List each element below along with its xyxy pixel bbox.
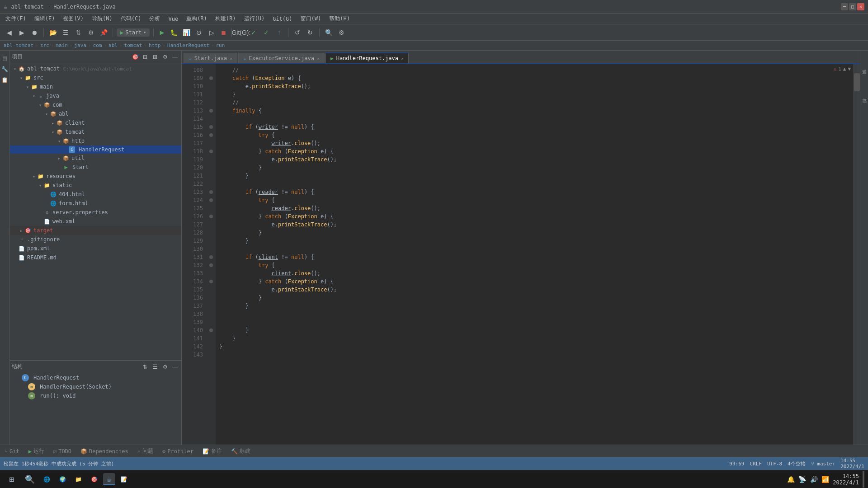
tab-executor-java[interactable]: ☕ ExecutorService.java ✕ <box>238 53 325 63</box>
breadcrumb-main[interactable]: main <box>56 42 68 48</box>
bottom-tab-todo[interactable]: ☑ TODO <box>51 447 74 455</box>
right-icon-1[interactable]: 通知 <box>860 52 868 80</box>
menu-file[interactable]: 文件(F) <box>2 14 30 23</box>
gutter-113[interactable] <box>207 107 216 115</box>
breadcrumb-tomcat[interactable]: tomcat <box>124 42 142 48</box>
toolbar-forward-button[interactable]: ▶ <box>16 27 27 38</box>
toolbar-recent-button[interactable]: ⏺ <box>29 27 40 38</box>
run-button[interactable]: ▶ <box>157 28 166 37</box>
scrollbar-thumb[interactable] <box>854 73 860 91</box>
gutter-115[interactable] <box>207 123 216 131</box>
sidebar-collapse-button[interactable]: ⊟ <box>141 52 150 61</box>
error-nav-down[interactable]: ▼ <box>848 66 851 72</box>
tree-item-abl[interactable]: ▾ 📦 abl <box>10 109 181 118</box>
gutter-109[interactable] <box>207 74 216 82</box>
status-indent[interactable]: 4个空格 <box>788 460 806 467</box>
menu-analyze[interactable]: 分析 <box>146 14 164 23</box>
search-everywhere-button[interactable]: 🔍 <box>323 27 334 38</box>
tree-item-http[interactable]: ▾ 📦 http <box>10 136 181 145</box>
tree-item-server-props[interactable]: ⚙ server.properties <box>10 208 181 217</box>
breadcrumb-handler[interactable]: HandlerRequest <box>167 42 209 48</box>
breadcrumb-src[interactable]: src <box>40 42 49 48</box>
breadcrumb-com[interactable]: com <box>93 42 102 48</box>
bottom-tab-notes[interactable]: 📝 备注 <box>200 446 225 456</box>
git-push[interactable]: ↑ <box>274 27 284 38</box>
tree-item-start[interactable]: ▶ Start <box>10 163 181 172</box>
profile-button[interactable]: ⊙ <box>193 27 204 38</box>
menu-vue[interactable]: Vue <box>165 15 182 23</box>
tab-close-executor[interactable]: ✕ <box>317 56 320 61</box>
bottom-tab-problems[interactable]: ⚠ 问题 <box>135 446 156 456</box>
tab-close-handler[interactable]: ✕ <box>401 56 404 61</box>
tree-item-404[interactable]: 🌐 404.html <box>10 190 181 199</box>
toolbar-columns-button[interactable]: ☰ <box>60 27 71 38</box>
bottom-tab-profiler[interactable]: ⊙ Profiler <box>160 447 196 455</box>
struct-item-constructor[interactable]: m HandlerRequest(Socket) <box>10 382 181 391</box>
menu-window[interactable]: 窗口(W) <box>297 14 325 23</box>
menu-help[interactable]: 帮助(H) <box>326 14 354 23</box>
structure-settings-btn[interactable]: ⚙ <box>160 362 170 371</box>
menu-refactor[interactable]: 重构(R) <box>183 14 211 23</box>
bottom-tab-run[interactable]: ▶ 运行 <box>26 446 47 456</box>
tree-item-pom[interactable]: 📄 pom.xml <box>10 244 181 253</box>
taskbar-files[interactable]: 📁 <box>71 475 85 483</box>
left-icon-3[interactable]: 📋 <box>1 76 9 84</box>
menu-code[interactable]: 代码(C) <box>117 14 145 23</box>
breadcrumb-abl[interactable]: abl <box>108 42 118 48</box>
tree-item-gitignore[interactable]: ⑂ .gitignore <box>10 235 181 244</box>
minimize-button[interactable]: ─ <box>841 3 848 10</box>
file-tree[interactable]: ▾ 🏠 abl-tomcat C:\work\java\abl-tomcat ▾… <box>10 63 181 360</box>
tree-item-com[interactable]: ▾ 📦 com <box>10 100 181 109</box>
tree-item-tomcat[interactable]: ▾ 📦 tomcat <box>10 127 181 136</box>
gutter-116[interactable] <box>207 131 216 139</box>
toolbar-pin-button[interactable]: 📌 <box>98 27 109 38</box>
structure-filter-btn[interactable]: ☰ <box>151 362 160 371</box>
menu-build[interactable]: 构建(B) <box>212 14 240 23</box>
tree-item-resources[interactable]: ▾ 📁 resources <box>10 172 181 181</box>
taskbar-text[interactable]: 📝 <box>117 475 131 483</box>
sidebar-locate-button[interactable]: 🎯 <box>131 52 140 61</box>
tree-item-readme[interactable]: 📄 README.md <box>10 253 181 262</box>
right-icon-2[interactable]: 书签 <box>860 81 868 108</box>
struct-item-method[interactable]: m run(): void <box>10 391 181 400</box>
toolbar-back-button[interactable]: ◀ <box>4 27 14 38</box>
status-crlf[interactable]: CRLF <box>750 461 762 467</box>
menu-navigate[interactable]: 导航(N) <box>88 14 116 23</box>
gutter-131[interactable] <box>207 253 216 261</box>
tree-item-root[interactable]: ▾ 🏠 abl-tomcat C:\work\java\abl-tomcat <box>10 64 181 73</box>
taskbar-show-desktop[interactable] <box>863 471 864 488</box>
taskbar-app1[interactable]: 🎯 <box>87 475 101 483</box>
gutter-126[interactable] <box>207 212 216 221</box>
toolbar-more-run[interactable]: ▷ <box>206 27 217 38</box>
git-check1[interactable]: ✓ <box>248 27 259 38</box>
tree-item-web-xml[interactable]: 📄 web.xml <box>10 217 181 226</box>
coverage-button[interactable]: 📊 <box>181 27 192 38</box>
structure-hide-btn[interactable]: — <box>170 362 179 371</box>
gutter-132[interactable] <box>207 261 216 269</box>
tree-item-main[interactable]: ▾ 📁 main <box>10 82 181 91</box>
status-message[interactable]: 松鼠在 1秒454毫秒 中成功完成 (5 分钟 之前) <box>4 460 114 467</box>
toolbar-sort-button[interactable]: ⇅ <box>73 27 84 38</box>
toolbar-settings-button[interactable]: ⚙ <box>85 27 96 38</box>
tree-item-form[interactable]: 🌐 form.html <box>10 199 181 208</box>
code-area[interactable]: // catch (Exception e) { e.printStackTra… <box>216 64 854 445</box>
taskbar-chrome-1[interactable]: 🌐 <box>40 475 54 483</box>
status-charset[interactable]: UTF-8 <box>767 461 782 467</box>
undo-button[interactable]: ↺ <box>292 27 303 38</box>
status-branch[interactable]: ⑂ master <box>811 461 835 467</box>
breadcrumb-run[interactable]: run <box>216 42 225 48</box>
sidebar-gear-button[interactable]: ⚙ <box>160 52 170 61</box>
sidebar-expand-button[interactable]: ⊞ <box>151 52 160 61</box>
menu-git[interactable]: Git(G) <box>269 15 296 23</box>
gutter-140[interactable] <box>207 326 216 334</box>
tree-item-target[interactable]: ▸ 🎯 target <box>10 226 181 235</box>
tab-close-start[interactable]: ✕ <box>230 56 232 61</box>
status-position[interactable]: 99:69 <box>729 461 744 467</box>
redo-button[interactable]: ↻ <box>305 27 316 38</box>
menu-view[interactable]: 视图(V) <box>59 14 87 23</box>
menu-edit[interactable]: 编辑(E) <box>31 14 59 23</box>
bottom-tab-deps[interactable]: 📦 Dependencies <box>78 447 131 455</box>
tree-item-util[interactable]: ▸ 📦 util <box>10 154 181 163</box>
gutter-134[interactable] <box>207 277 216 286</box>
struct-item-class[interactable]: C HandlerRequest <box>10 373 181 382</box>
